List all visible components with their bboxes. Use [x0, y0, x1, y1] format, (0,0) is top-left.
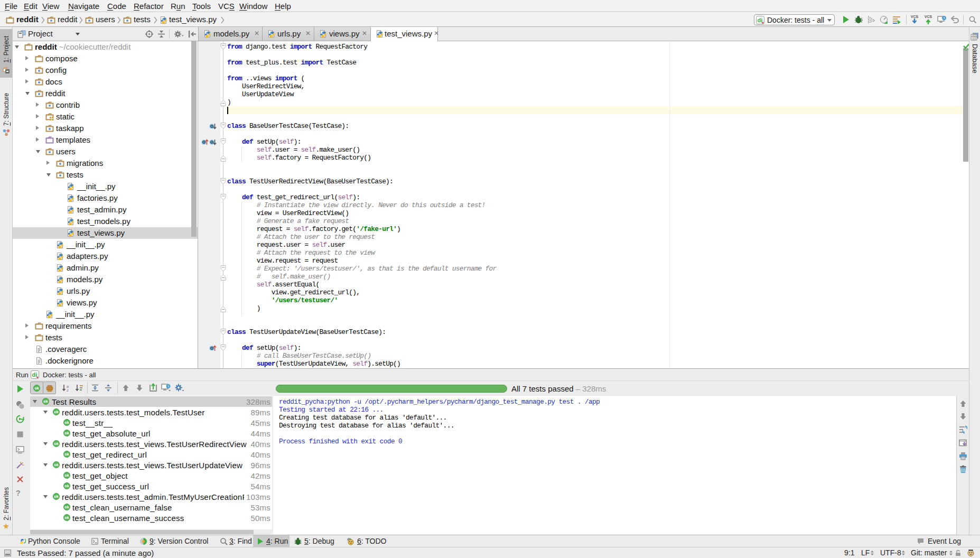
- svg-text:VCS: VCS: [911, 15, 919, 18]
- svg-text:di: di: [758, 17, 763, 23]
- svg-text:VCS: VCS: [925, 15, 932, 18]
- svg-text:z: z: [67, 388, 69, 392]
- svg-text:di: di: [32, 371, 38, 378]
